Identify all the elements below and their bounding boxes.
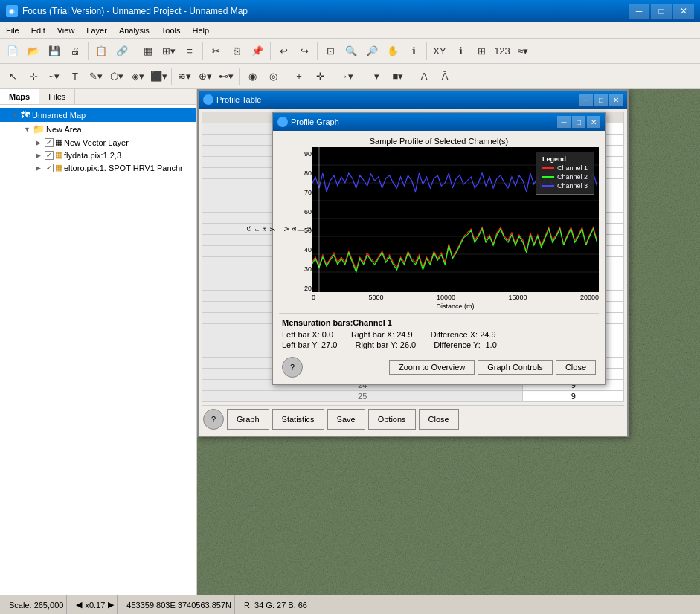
profile-graph-titlebar[interactable]: Profile Graph ─ □ ✕ [273,113,605,131]
cross-btn[interactable]: ✛ [310,67,330,86]
tree-item-layer3[interactable]: ▶ ▦ eltoro.pix:1. SPOT HRV1 Panchr [0,161,196,174]
open-button[interactable]: 📂 [24,42,43,61]
checkbox-l2[interactable] [45,151,54,160]
legend-ch3: Channel 3 [542,182,588,190]
diff-y-label: Difference Y: -1.0 [434,340,497,349]
profile-btn[interactable]: ~▾ [45,67,64,86]
profile-options-button[interactable]: Options [368,409,416,430]
page-button[interactable]: 📋 [91,42,111,61]
polygon-btn[interactable]: ⬡▾ [107,67,126,86]
text-btn[interactable]: T [65,67,85,86]
y-tick-70: 70 [294,189,312,196]
cut-button[interactable]: ✂ [206,42,225,61]
profile-graph-minimize[interactable]: ─ [557,116,571,128]
graph-controls-button[interactable]: Graph Controls [478,360,553,375]
xy-button[interactable]: XY [430,42,449,61]
map-area[interactable]: Profile Table ─ □ ✕ [197,89,700,595]
menu-view[interactable]: View [51,25,81,36]
diff-x-val: 24.9 [480,330,495,339]
edit2-btn[interactable]: ✎▾ [86,67,106,86]
legend-ch1-color [542,167,554,169]
text2-btn[interactable]: A [414,67,434,86]
zoom-value: x0.17 [85,601,105,610]
tab-maps[interactable]: Maps [0,89,39,104]
profile-table-close[interactable]: ✕ [609,94,623,106]
chip1-btn[interactable]: ◉ [243,67,262,86]
line-btn[interactable]: —▾ [362,67,382,86]
tree-item-map[interactable]: ▼ 🗺 Unnamed Map [0,108,196,122]
zoom2-btn[interactable]: ⊕▾ [196,67,215,86]
undo-button[interactable]: ↩ [274,42,293,61]
menu-edit[interactable]: Edit [25,25,51,36]
tree-item-layer1[interactable]: ▶ ▦ New Vector Layer [0,136,196,149]
measure-btn[interactable]: ⊷▾ [216,67,236,86]
raster-button[interactable]: ▦ [138,42,158,61]
maximize-button[interactable]: □ [651,4,672,19]
toolbar-2: ↖ ⊹ ~▾ T ✎▾ ⬡▾ ◈▾ ⬛▾ ≋▾ ⊕▾ ⊷▾ ◉ ◎ + ✛ →▾… [0,64,700,89]
square-btn[interactable]: ■▾ [388,67,408,86]
right-bar-x-label: Right bar X: 24.9 [351,330,413,339]
num-button[interactable]: 123 [492,42,512,61]
close-button[interactable]: ✕ [673,4,694,19]
profile-table-minimize[interactable]: ─ [579,94,593,106]
select-button[interactable]: ↖ [3,67,22,86]
wave-btn[interactable]: ≋▾ [175,67,194,86]
graph-help-icon[interactable]: ? [282,357,303,378]
redo-button[interactable]: ↪ [295,42,314,61]
menu-layer[interactable]: Layer [80,25,113,36]
profile-graph-close-btn[interactable]: ✕ [587,116,600,128]
menu-file[interactable]: File [0,25,25,36]
table-button[interactable]: ⊞ [472,42,491,61]
fill-btn[interactable]: ◈▾ [128,67,147,86]
menu-tools[interactable]: Tools [155,25,187,36]
new-button[interactable]: 📄 [3,42,22,61]
zoom-out-button[interactable]: 🔎 [362,42,382,61]
view-button[interactable]: ⊞▾ [159,42,179,61]
profile-graph-maximize[interactable]: □ [572,116,585,128]
overview-button[interactable]: ⊡ [321,42,340,61]
legend-ch2: Channel 2 [542,173,588,181]
sep12 [385,68,385,85]
profile-table-win-controls[interactable]: ─ □ ✕ [579,94,623,106]
profile-statistics-button[interactable]: Statistics [272,409,324,430]
arrow-btn[interactable]: →▾ [336,67,356,86]
checkbox-l3[interactable] [45,164,54,172]
profile-table-titlebar[interactable]: Profile Table ─ □ ✕ [199,91,627,109]
plus-btn[interactable]: + [289,67,309,86]
menu-analysis[interactable]: Analysis [113,25,155,36]
profile-close-button[interactable]: Close [419,409,459,430]
info-button[interactable]: ℹ [404,42,423,61]
zoom-to-overview-button[interactable]: Zoom to Overview [389,360,475,375]
pan-button[interactable]: ✋ [383,42,402,61]
profile-graph-win-controls[interactable]: ─ □ ✕ [557,116,600,128]
profile-save-button[interactable]: Save [327,409,365,430]
save-toolbar-button[interactable]: 💾 [45,42,64,61]
graph-close-button[interactable]: Close [556,360,596,375]
print-button[interactable]: 🖨 [65,42,85,61]
checkbox-l1[interactable] [45,138,54,147]
color-btn[interactable]: ⬛▾ [149,67,168,86]
tree-item-area[interactable]: ▼ 📁 New Area [0,122,196,136]
text3-btn[interactable]: Ā [435,67,455,86]
paste-button[interactable]: 📌 [248,42,267,61]
minimize-button[interactable]: ─ [629,4,649,19]
layers-button[interactable]: ≡ [180,42,199,61]
calc-button[interactable]: ≈▾ [513,42,533,61]
chip2-btn[interactable]: ◎ [263,67,283,86]
zoom-in-button[interactable]: 🔍 [341,42,361,61]
tab-files[interactable]: Files [39,89,75,104]
tree-item-layer2[interactable]: ▶ ▦ flydata.pix:1,2,3 [0,149,196,161]
profile-help-icon[interactable]: ? [203,409,224,430]
app-icon: ◉ [6,5,18,17]
link-button[interactable]: 🔗 [112,42,132,61]
info2-button[interactable]: ℹ [451,42,470,61]
copy-button[interactable]: ⎘ [227,42,246,61]
profile-table-maximize[interactable]: □ [594,94,608,106]
title-bar-controls[interactable]: ─ □ ✕ [629,4,694,19]
node-button[interactable]: ⊹ [24,67,43,86]
sep5 [317,42,318,60]
menu-help[interactable]: Help [187,25,216,36]
area-label: New Area [46,125,82,134]
sidebar-tabs: Maps Files [0,89,196,105]
profile-graph-button[interactable]: Graph [227,409,269,430]
